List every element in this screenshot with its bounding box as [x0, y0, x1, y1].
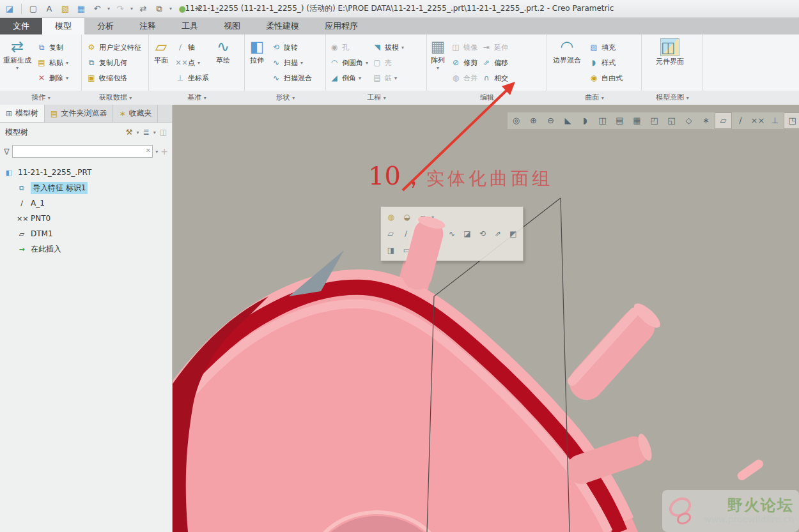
- tree-item-dtm1[interactable]: ▱DTM1: [4, 226, 172, 241]
- mini-sketch-button[interactable]: ∿: [445, 227, 459, 241]
- mini-corner-button[interactable]: ◩: [506, 227, 520, 241]
- tree-item-pnt0[interactable]: ××PNT0: [4, 211, 172, 226]
- mini-axis-button[interactable]: ∕: [399, 227, 413, 241]
- tree-show-button[interactable]: ◫: [160, 128, 167, 137]
- extend-button[interactable]: ⇥延伸: [479, 40, 510, 55]
- view-gallery-button[interactable]: ▤: [611, 112, 628, 129]
- copy-geometry-button[interactable]: ⧉复制几何: [84, 55, 143, 70]
- perspective-button[interactable]: ◱: [663, 112, 680, 129]
- point-button[interactable]: ××点▾: [173, 55, 211, 70]
- plane-button[interactable]: ▱ 平面: [149, 34, 173, 65]
- redo-button[interactable]: ↷: [114, 3, 126, 15]
- tree-settings-caret[interactable]: ▾: [153, 130, 156, 135]
- open-button[interactable]: ▧: [59, 3, 71, 15]
- rib-caret[interactable]: ▾: [394, 75, 397, 81]
- hole-button[interactable]: ◉孔: [327, 40, 370, 55]
- refit-button[interactable]: ◣: [559, 112, 577, 129]
- zoom-region-button[interactable]: ◎: [508, 112, 525, 129]
- mini-csys-button[interactable]: ⊥: [430, 227, 444, 241]
- mini-toolbar-caret[interactable]: ▾: [431, 215, 434, 220]
- mini-view-normal-button[interactable]: ◨: [384, 243, 398, 257]
- tab-analysis[interactable]: 分析: [84, 18, 127, 34]
- chamfer-button[interactable]: ◢倒角▾: [327, 70, 370, 86]
- group-label-shapes[interactable]: 形状 ▾: [245, 91, 326, 105]
- new-file-button[interactable]: ▢: [27, 3, 39, 15]
- select-box-button[interactable]: ▫: [415, 210, 430, 224]
- axis-button[interactable]: ∕轴: [173, 40, 211, 55]
- undo-button[interactable]: ↶: [91, 3, 103, 15]
- delete-caret[interactable]: ▾: [66, 75, 68, 81]
- watermark-url[interactable]: www.proewildfire.cn: [704, 513, 794, 525]
- tree-item-axis-a1[interactable]: ∕A_1: [4, 195, 172, 211]
- display-style-button[interactable]: ◫: [594, 112, 611, 129]
- tree-filter-input[interactable]: [12, 145, 153, 158]
- graphics-viewport[interactable]: ◎ ⊕ ⊖ ◣ ◗ ◫ ▤ ▦ ◰ ◱ ◇ ∗ ▱ ∕ ×× ⊥ ◳ ⟳ ◍ ◒…: [173, 105, 799, 532]
- freestyle-button[interactable]: ◉自由式: [587, 70, 624, 86]
- copy-button[interactable]: ⧉复制: [35, 40, 70, 55]
- tab-model[interactable]: 模型: [42, 18, 84, 34]
- filter-caret[interactable]: ▾: [155, 149, 158, 155]
- tree-item-part[interactable]: ◧11-21-1_2255_.PRT: [4, 165, 172, 180]
- mini-quilt-button[interactable]: ◪: [460, 227, 474, 241]
- sketch-button[interactable]: ∿ 草绘: [211, 34, 235, 65]
- offset-button[interactable]: ⇗偏移: [479, 55, 510, 70]
- sweep-button[interactable]: ∿扫描▾: [269, 55, 314, 70]
- regenerate-quick-button[interactable]: ⇄: [137, 3, 149, 15]
- repaint-button[interactable]: ◗: [577, 112, 594, 129]
- save-button[interactable]: ▦: [75, 3, 87, 15]
- round-caret[interactable]: ▾: [366, 60, 368, 66]
- round-button[interactable]: ◠倒圆角▾: [327, 55, 370, 70]
- regenerate-caret[interactable]: ▾: [16, 65, 19, 71]
- tree-tools-caret[interactable]: ▾: [137, 130, 139, 135]
- tab-model-tree[interactable]: ⊞模型树: [0, 105, 45, 122]
- shell-button[interactable]: ▢壳: [370, 55, 406, 70]
- group-label-operations[interactable]: 操作 ▾: [0, 91, 82, 105]
- annotation-display-toggle[interactable]: ◳: [784, 112, 799, 129]
- tab-applications[interactable]: 应用程序: [312, 18, 371, 34]
- group-label-datum[interactable]: 基准 ▾: [149, 91, 245, 105]
- tab-favorites[interactable]: ∗收藏夹: [113, 105, 158, 122]
- render-button[interactable]: ●: [176, 3, 188, 15]
- filter-add-button[interactable]: +: [160, 146, 168, 156]
- revolve-button[interactable]: ⟲旋转: [269, 40, 314, 55]
- swept-blend-button[interactable]: ∿扫描混合: [269, 70, 314, 86]
- style-button[interactable]: ◗样式: [587, 55, 624, 70]
- trim-button[interactable]: ⊘修剪: [449, 55, 479, 70]
- tree-item-insert-here[interactable]: →在此插入: [4, 241, 172, 257]
- datum-display-button[interactable]: ∗: [697, 112, 715, 129]
- zoom-in-button[interactable]: ⊕: [525, 112, 542, 129]
- boundary-blend-button[interactable]: ◠ 边界混合: [547, 34, 587, 65]
- axis-display-toggle[interactable]: ∕: [732, 112, 749, 129]
- group-label-engineering[interactable]: 工程 ▾: [326, 91, 427, 105]
- shrinkwrap-button[interactable]: ▣收缩包络: [84, 70, 143, 86]
- undo-caret[interactable]: ▾: [107, 6, 110, 11]
- component-interface-button[interactable]: ◫ 元件界面: [642, 34, 698, 66]
- tab-annotate[interactable]: 注释: [127, 18, 169, 34]
- merge-button[interactable]: ◍合并: [449, 70, 479, 86]
- mirror-button[interactable]: ◫镜像: [449, 40, 479, 55]
- tab-tools[interactable]: 工具: [169, 18, 211, 34]
- windows-caret[interactable]: ▾: [169, 6, 172, 11]
- sweep-caret[interactable]: ▾: [300, 60, 303, 66]
- pattern-button[interactable]: ▦ 阵列 ▾: [427, 34, 449, 71]
- draft-button[interactable]: ◥拔模▾: [370, 40, 406, 55]
- udf-button[interactable]: ⚙用户定义特征: [84, 40, 143, 55]
- intersect-button[interactable]: ∩相交: [479, 70, 510, 86]
- mini-revolve-button[interactable]: ⟲: [476, 227, 490, 241]
- regenerate-button[interactable]: ⇄ 重新生成 ▾: [0, 34, 35, 71]
- group-label-edit[interactable]: 编辑: [427, 91, 547, 105]
- windows-button[interactable]: ⧉: [153, 3, 165, 15]
- 3d-model[interactable]: [173, 105, 799, 532]
- tree-settings-button[interactable]: ≣: [143, 128, 150, 137]
- point-display-toggle[interactable]: ××: [749, 112, 766, 129]
- rib-button[interactable]: ▤筋▾: [370, 70, 406, 86]
- tab-file[interactable]: 文件: [0, 18, 42, 34]
- tree-item-import-feature[interactable]: ⧉导入特征 标识1: [4, 180, 172, 195]
- mini-box-button[interactable]: ▭: [400, 243, 414, 257]
- customize-toolbar-caret[interactable]: ▾: [216, 6, 219, 11]
- tree-tools-button[interactable]: ⚒: [126, 128, 133, 137]
- mini-extend-button[interactable]: ⇗: [491, 227, 505, 241]
- paste-button[interactable]: ▤粘贴▾: [35, 55, 70, 70]
- group-label-model-intent[interactable]: 模型意图 ▾: [642, 91, 703, 105]
- delete-button[interactable]: ✕删除▾: [35, 70, 70, 86]
